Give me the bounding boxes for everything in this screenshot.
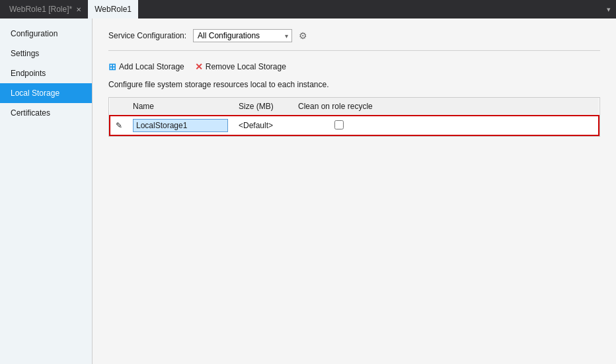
title-bar-dropdown[interactable]: ▾ <box>607 5 613 14</box>
row-size-cell: <Default> <box>233 116 293 135</box>
toolbar: ⊞ Add Local Storage ✕ Remove Local Stora… <box>108 61 600 72</box>
name-input[interactable] <box>133 119 228 132</box>
tab-webrole1[interactable]: WebRole1 <box>88 0 138 18</box>
col-header-name: Name <box>128 98 233 116</box>
main-container: Configuration Settings Endpoints Local S… <box>0 18 616 364</box>
add-local-storage-button[interactable]: ⊞ Add Local Storage <box>108 61 184 72</box>
sidebar: Configuration Settings Endpoints Local S… <box>0 18 93 364</box>
tab-webrole1-role-label: WebRole1 [Role]* <box>9 5 72 14</box>
row-recycle-cell[interactable] <box>293 116 385 135</box>
row-name-cell[interactable] <box>128 116 233 135</box>
sidebar-item-certificates[interactable]: Certificates <box>0 103 92 123</box>
remove-local-storage-button[interactable]: ✕ Remove Local Storage <box>195 61 286 72</box>
table-row: ✎ <Default> <box>110 116 599 135</box>
storage-table: Name Size (MB) Clean on role recycle ✎ <… <box>109 98 599 136</box>
config-settings-icon[interactable]: ⚙ <box>299 30 307 41</box>
sidebar-item-endpoints[interactable]: Endpoints <box>0 63 92 83</box>
col-header-size: Size (MB) <box>233 98 293 116</box>
service-config-label: Service Configuration: <box>108 31 186 40</box>
remove-local-storage-label: Remove Local Storage <box>206 62 286 71</box>
sidebar-item-settings[interactable]: Settings <box>0 44 92 63</box>
sidebar-item-local-storage[interactable]: Local Storage <box>0 83 92 103</box>
content-area: Service Configuration: All Configuration… <box>93 18 616 364</box>
service-config-select-wrapper[interactable]: All Configurations Cloud Local <box>193 29 292 42</box>
storage-table-wrapper: Name Size (MB) Clean on role recycle ✎ <… <box>108 97 600 137</box>
col-header-edit <box>110 98 128 116</box>
sidebar-item-configuration[interactable]: Configuration <box>0 24 92 44</box>
service-config-select[interactable]: All Configurations Cloud Local <box>193 29 292 42</box>
tab-webrole1-role[interactable]: WebRole1 [Role]* ✕ <box>3 0 88 18</box>
service-config-row: Service Configuration: All Configuration… <box>108 29 600 51</box>
description-text: Configure file system storage resources … <box>108 80 600 89</box>
remove-icon: ✕ <box>195 61 203 72</box>
col-header-extra <box>385 98 599 116</box>
row-extra-cell <box>385 116 599 135</box>
tab-webrole1-role-close[interactable]: ✕ <box>76 6 81 13</box>
tab-webrole1-label: WebRole1 <box>95 5 132 14</box>
recycle-checkbox[interactable] <box>334 120 344 129</box>
add-icon: ⊞ <box>108 61 116 72</box>
col-header-recycle: Clean on role recycle <box>293 98 385 116</box>
title-bar: WebRole1 [Role]* ✕ WebRole1 ▾ <box>0 0 616 18</box>
row-edit-icon[interactable]: ✎ <box>110 116 128 135</box>
add-local-storage-label: Add Local Storage <box>119 62 184 71</box>
